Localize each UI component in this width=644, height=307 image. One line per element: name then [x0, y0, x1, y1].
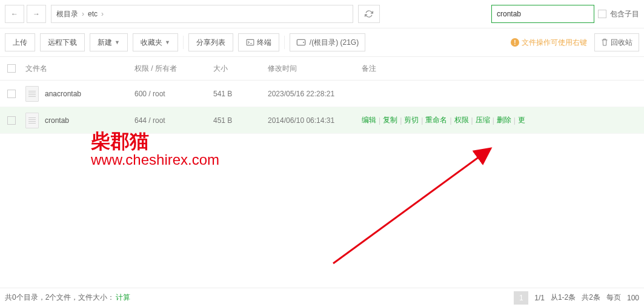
- tip-text: ! 文件操作可使用右键: [511, 38, 587, 48]
- trash-icon: [601, 38, 608, 47]
- row-checkbox[interactable]: [7, 116, 16, 125]
- table-header: 文件名 权限 / 所有者 大小 修改时间 备注: [0, 56, 644, 81]
- select-all-checkbox[interactable]: [7, 64, 16, 73]
- upload-button[interactable]: 上传: [5, 33, 35, 51]
- file-perm: 600 / root: [134, 90, 213, 98]
- crumb-sep-icon: ›: [82, 10, 84, 18]
- crumb-root[interactable]: 根目录: [56, 9, 78, 19]
- nav-bar: ← → 根目录 › etc › 包含子目: [0, 0, 644, 28]
- header-time[interactable]: 修改时间: [268, 64, 362, 74]
- recycle-bin-button[interactable]: 回收站: [594, 33, 639, 51]
- terminal-button[interactable]: 终端: [238, 33, 279, 51]
- root-disk-button[interactable]: /(根目录) (21G): [290, 33, 365, 51]
- annotation-arrow-icon: [327, 142, 503, 269]
- page-current[interactable]: 1: [514, 291, 528, 305]
- action-rename[interactable]: 重命名: [425, 115, 447, 125]
- caret-down-icon: ▼: [165, 39, 170, 45]
- action-more[interactable]: 更: [518, 115, 525, 125]
- file-name[interactable]: anacrontab: [45, 90, 81, 98]
- status-bar: 共0个目录，2个文件，文件大小： 计算 1 1/1 从1-2条 共2条 每页 1…: [0, 288, 644, 307]
- file-name[interactable]: crontab: [45, 116, 69, 125]
- pagination: 1 1/1 从1-2条 共2条 每页 100: [514, 291, 639, 305]
- new-button[interactable]: 新建▼: [90, 33, 128, 51]
- include-subdir-checkbox[interactable]: [598, 10, 606, 18]
- include-subdir-label: 包含子目: [610, 9, 639, 19]
- refresh-icon: [365, 10, 373, 18]
- header-size[interactable]: 大小: [213, 64, 268, 74]
- row-actions: 编辑| 复制| 剪切| 重命名| 权限| 压缩| 删除| 更: [362, 115, 637, 125]
- nav-back-button[interactable]: ←: [5, 5, 24, 23]
- header-remark[interactable]: 备注: [362, 64, 637, 74]
- file-time: 2023/05/16 22:28:21: [268, 90, 362, 98]
- share-list-button[interactable]: 分享列表: [188, 33, 233, 51]
- svg-rect-0: [247, 39, 254, 45]
- terminal-icon: [246, 39, 254, 46]
- file-icon: [25, 86, 39, 102]
- favorites-button[interactable]: 收藏夹▼: [133, 33, 178, 51]
- crumb-sep-icon: ›: [101, 10, 104, 18]
- file-icon: [25, 113, 39, 128]
- file-time: 2014/06/10 06:14:31: [268, 116, 362, 125]
- file-size: 451 B: [213, 116, 268, 125]
- page-count: 共2条: [582, 292, 600, 303]
- page-total: 1/1: [534, 294, 545, 302]
- toolbar-separator: [183, 36, 184, 49]
- header-name[interactable]: 文件名: [25, 64, 134, 74]
- action-cut[interactable]: 剪切: [404, 115, 419, 125]
- header-perm[interactable]: 权限 / 所有者: [134, 64, 213, 74]
- nav-forward-button[interactable]: →: [27, 5, 46, 23]
- table-row[interactable]: crontab 644 / root 451 B 2014/06/10 06:1…: [0, 107, 644, 134]
- table-row[interactable]: anacrontab 600 / root 541 B 2023/05/16 2…: [0, 81, 644, 107]
- toolbar: 上传 远程下载 新建▼ 收藏夹▼ 分享列表 终端 /(根目录) (21G) ! …: [0, 28, 644, 56]
- per-page-value: 100: [627, 294, 639, 302]
- remote-download-button[interactable]: 远程下载: [40, 33, 85, 51]
- action-delete[interactable]: 删除: [497, 115, 511, 125]
- crumb-etc[interactable]: etc: [88, 10, 98, 18]
- breadcrumb[interactable]: 根目录 › etc ›: [51, 5, 353, 23]
- refresh-button[interactable]: [358, 5, 380, 23]
- calculate-link[interactable]: 计算: [116, 292, 130, 303]
- status-summary: 共0个目录，2个文件，文件大小：: [5, 292, 115, 303]
- caret-down-icon: ▼: [115, 39, 120, 45]
- watermark-url: www.cheshirex.com: [91, 151, 219, 168]
- info-icon: !: [511, 38, 519, 47]
- row-checkbox[interactable]: [7, 90, 16, 98]
- action-copy[interactable]: 复制: [383, 115, 397, 125]
- toolbar-separator: [284, 36, 285, 49]
- action-perm[interactable]: 权限: [454, 115, 469, 125]
- file-size: 541 B: [213, 90, 268, 98]
- file-perm: 644 / root: [134, 116, 213, 125]
- action-edit[interactable]: 编辑: [362, 115, 376, 125]
- page-range: 从1-2条: [551, 292, 576, 303]
- disk-icon: [296, 39, 306, 46]
- svg-point-2: [303, 42, 304, 43]
- search-input[interactable]: [491, 5, 594, 23]
- per-page-label: 每页: [606, 292, 621, 303]
- svg-line-3: [333, 148, 491, 263]
- action-compress[interactable]: 压缩: [476, 115, 490, 125]
